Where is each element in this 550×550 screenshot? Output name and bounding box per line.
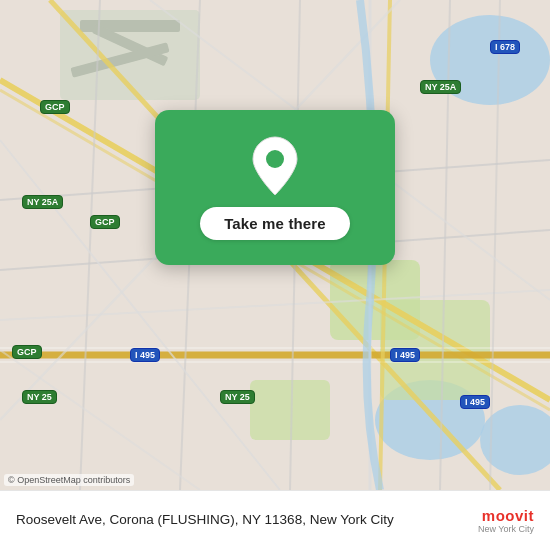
road-badge-b1: GCP	[40, 100, 70, 114]
app: GCPGCPGCPNY 25ANY 25NY 25ANY 25I 495I 49…	[0, 0, 550, 550]
take-me-there-button[interactable]: Take me there	[200, 207, 350, 240]
road-badge-b8: I 495	[130, 348, 160, 362]
road-badge-b9: I 495	[390, 348, 420, 362]
bottom-bar: Roosevelt Ave, Corona (FLUSHING), NY 113…	[0, 490, 550, 550]
road-badge-b3: GCP	[12, 345, 42, 359]
map-container: GCPGCPGCPNY 25ANY 25NY 25ANY 25I 495I 49…	[0, 0, 550, 490]
road-badge-b4: NY 25A	[22, 195, 63, 209]
address-label: Roosevelt Ave, Corona (FLUSHING), NY 113…	[16, 511, 466, 529]
road-badge-b5: NY 25	[22, 390, 57, 404]
map-attribution: © OpenStreetMap contributors	[4, 474, 134, 486]
svg-point-31	[266, 150, 284, 168]
road-badge-b12: NY 25A	[420, 80, 461, 94]
moovit-city: New York City	[478, 524, 534, 534]
moovit-logo: moovit New York City	[478, 507, 534, 534]
road-badge-b7: NY 25	[220, 390, 255, 404]
popup-card: Take me there	[155, 110, 395, 265]
road-badge-b10: I 678	[490, 40, 520, 54]
road-badge-b11: I 495	[460, 395, 490, 409]
moovit-brand-name: moovit	[482, 507, 534, 524]
svg-rect-10	[250, 380, 330, 440]
road-badge-b2: GCP	[90, 215, 120, 229]
location-pin-icon	[249, 135, 301, 197]
